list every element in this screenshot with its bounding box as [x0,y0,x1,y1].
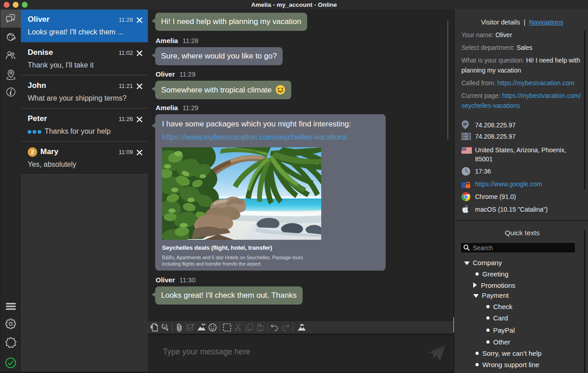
svg-text:g: g [461,179,466,188]
svg-text:IP: IP [463,122,467,126]
